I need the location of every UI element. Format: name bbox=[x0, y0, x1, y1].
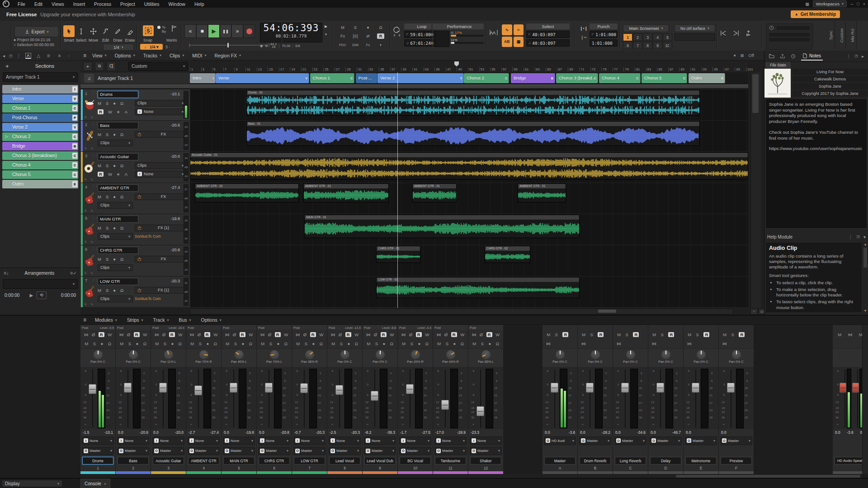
post-level-row[interactable]: PostLevel -9.5 bbox=[80, 325, 115, 330]
track-header-low-gtr[interactable]: 7⋮⋮⋮LOW GTR-20.3▴MS●ΩFX (1)Clips▾Sonitus… bbox=[80, 277, 190, 308]
export-button[interactable]: Export▾ bbox=[14, 26, 59, 37]
clips-dropdown[interactable]: Clips▾ bbox=[98, 202, 133, 209]
fader-handle[interactable] bbox=[228, 368, 239, 429]
record-arm-button[interactable]: ● bbox=[418, 341, 420, 346]
output-selector[interactable]: OMaster▾ bbox=[579, 436, 611, 445]
pan-control[interactable]: Pan 0% C bbox=[613, 348, 648, 367]
side-tab-custom[interactable]: Custom bbox=[840, 22, 846, 49]
hamburger-icon[interactable]: ≡ bbox=[83, 317, 86, 323]
solo-button[interactable]: S bbox=[731, 332, 734, 337]
tvmenu-region-fx[interactable]: Region FX▾ bbox=[211, 53, 245, 58]
conmenu-strips[interactable]: Strips▾ bbox=[122, 317, 148, 323]
track-header-acoustic-guitar[interactable]: 3⋮⋮⋮Acoustic Guitar-20.0▴MS●ΩClips▾RW∗AI… bbox=[80, 152, 190, 183]
input-selector[interactable]: INone▾ bbox=[82, 436, 114, 445]
mute-button[interactable]: M bbox=[98, 163, 101, 168]
sync-clock-module[interactable] bbox=[766, 23, 812, 50]
next-marker-button[interactable] bbox=[732, 29, 740, 37]
strip-name[interactable]: Bass bbox=[118, 457, 149, 465]
console-strip-shaker[interactable]: Post⋈ØRWMS●ΩPan 85% L60612182436∞3915212… bbox=[468, 325, 503, 474]
mute-button[interactable]: M bbox=[723, 332, 726, 337]
audio-clip[interactable]: Bass - 01 bbox=[246, 121, 700, 146]
write-button[interactable]: W bbox=[495, 332, 500, 337]
tvmenu-tracks[interactable]: Tracks▾ bbox=[139, 53, 165, 58]
fader-section[interactable]: 60612182436∞391521273339 bbox=[186, 368, 221, 429]
solo-button[interactable]: S bbox=[199, 341, 202, 346]
mute-button[interactable]: M bbox=[98, 194, 101, 199]
stop-button[interactable]: ■ bbox=[196, 24, 208, 38]
menu-insert[interactable]: Insert bbox=[69, 1, 90, 7]
fx-rack[interactable]: FX (1) bbox=[135, 287, 186, 294]
fader-handle[interactable] bbox=[405, 368, 415, 429]
pan-control[interactable]: Pan 0% C bbox=[648, 348, 683, 367]
phones-button[interactable]: Ω bbox=[120, 225, 123, 230]
phase-button[interactable]: Ø bbox=[480, 332, 483, 337]
input-selector[interactable]: INone▾ bbox=[135, 108, 186, 115]
time-signature[interactable]: 6/8 bbox=[292, 44, 300, 48]
zoom-tool-button[interactable] bbox=[107, 62, 116, 71]
metronome-level-icon[interactable] bbox=[489, 27, 499, 39]
collapse-icon[interactable]: ▾ bbox=[863, 235, 866, 239]
section-item-intro[interactable]: IntroI bbox=[2, 85, 78, 94]
mute-button[interactable]: M bbox=[582, 332, 585, 337]
history-icon[interactable] bbox=[791, 54, 796, 59]
pan-knob[interactable] bbox=[164, 350, 173, 359]
output-selector[interactable]: OMaster▾ bbox=[685, 436, 717, 445]
phones-button[interactable]: Ω bbox=[249, 341, 252, 346]
interleave-button[interactable]: ⋈ bbox=[687, 341, 692, 346]
console-bus-master[interactable]: MSR⋈Pan 0% C60612182436∞3915212733390.0-… bbox=[542, 325, 577, 474]
lane-icons[interactable]: ≡ ∿ bbox=[85, 240, 95, 244]
phase-button[interactable]: Ø bbox=[162, 332, 165, 337]
select-end[interactable]: ◿40:03:097 bbox=[526, 39, 570, 47]
arranger-track-selector[interactable]: Arranger Track 1▾ bbox=[3, 72, 78, 82]
pan-knob[interactable] bbox=[481, 350, 491, 359]
lane-icons[interactable]: ≡ ∿ bbox=[85, 271, 95, 275]
track-header-chrs-gtr[interactable]: 6⋮⋮⋮CHRS GTR-20.8▴MS●ΩFXClips▾≡ ∿24dB24 bbox=[80, 245, 190, 277]
track-name-input[interactable]: Bass bbox=[98, 122, 138, 129]
fader-handle[interactable] bbox=[655, 368, 665, 429]
read-button[interactable]: R bbox=[240, 332, 245, 337]
close-button[interactable]: × bbox=[863, 2, 865, 6]
strip-name[interactable]: Preview bbox=[721, 457, 752, 465]
lane-icons[interactable]: ≡ ∿ bbox=[85, 115, 95, 119]
fader-handle[interactable] bbox=[334, 368, 344, 429]
kebab-icon[interactable]: ⋮ bbox=[848, 235, 853, 239]
phones-button[interactable]: Ω bbox=[374, 25, 387, 30]
tab-notes[interactable]: Notes bbox=[801, 52, 823, 61]
output-selector[interactable]: OMaster▾ bbox=[188, 447, 220, 455]
section-item-chorus-4[interactable]: Chorus 4C bbox=[2, 161, 78, 169]
mute-button[interactable]: M bbox=[98, 257, 101, 262]
phones-button[interactable]: Ω bbox=[120, 163, 123, 168]
read-button[interactable]: R bbox=[703, 332, 709, 337]
section-item-chorus-5[interactable]: Chorus 5C bbox=[2, 170, 78, 179]
track-name-input[interactable]: CHRS GTR bbox=[98, 247, 138, 254]
track-name-input[interactable]: LOW GTR bbox=[98, 278, 138, 285]
output-selector[interactable]: OMaster▾ bbox=[152, 447, 184, 455]
interleave-button[interactable]: ⋈ bbox=[366, 332, 371, 337]
strip-name[interactable]: Shaker bbox=[470, 457, 501, 465]
side-tab-sync[interactable]: Sync bbox=[829, 22, 835, 49]
strip-name[interactable]: LOW GTR bbox=[294, 457, 325, 465]
forward-button[interactable]: » bbox=[231, 24, 243, 38]
interleave-button[interactable]: ⋈ bbox=[437, 332, 441, 337]
track-volume[interactable]: -20.8 bbox=[170, 248, 180, 252]
input-selector[interactable]: INone▾ bbox=[329, 436, 361, 445]
track-volume[interactable]: -20.6 bbox=[170, 123, 180, 127]
fx-rack[interactable]: FX bbox=[135, 193, 186, 200]
snap-to-by-toggle[interactable]: ToBy bbox=[157, 25, 171, 37]
input-selector[interactable]: INone▾ bbox=[152, 436, 184, 445]
post-level-row[interactable]: PostLevel -13.9 bbox=[327, 325, 362, 330]
phase-button[interactable]: Ø bbox=[127, 332, 130, 337]
notes-text[interactable]: Sophia Jane is an emerging Boston based … bbox=[765, 99, 867, 229]
fader-handle[interactable] bbox=[690, 368, 701, 429]
section-item-chorus-3-breakdown-[interactable]: Chorus 3 (breakdown)C bbox=[2, 151, 78, 160]
mute-button[interactable]: M bbox=[838, 332, 841, 337]
collapse-right-icon[interactable]: ▸ bbox=[862, 54, 864, 59]
output-selector[interactable]: OMaster▾ bbox=[223, 447, 255, 455]
pan-knob[interactable] bbox=[340, 350, 349, 359]
phase-button[interactable]: Ø bbox=[198, 332, 201, 337]
solo-button[interactable]: S bbox=[661, 332, 664, 337]
post-level-row[interactable]: Post bbox=[257, 325, 292, 330]
interleave-button[interactable]: ⋈ bbox=[472, 332, 476, 337]
horizontal-scrollbar[interactable] bbox=[190, 309, 733, 314]
fader-section[interactable]: 60612182436∞391521273339 bbox=[719, 368, 754, 429]
